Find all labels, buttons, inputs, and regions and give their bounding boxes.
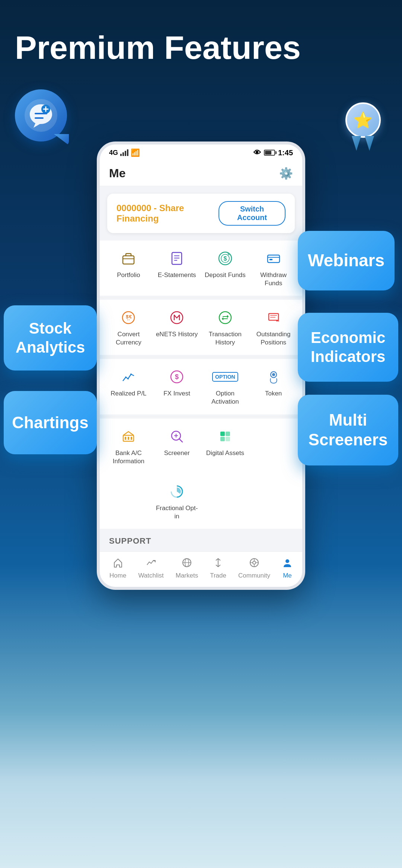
menu-item-realized[interactable]: Realized P/L [105,363,152,410]
menu-label-outstanding: Outstanding Positions [252,330,295,347]
menu-item-token[interactable]: Token [250,363,297,410]
community-icon [249,557,259,570]
menu-item-fx[interactable]: $ FX Invest [154,363,200,410]
nav-label-home: Home [109,572,126,579]
phone-mockup: 4G 📶 👁 1:45 Me ⚙️ 0000000 - Share Financ… [97,142,305,590]
menu-item-bank[interactable]: Bank A/C Information [105,422,152,470]
menu-label-screener: Screener [164,449,190,457]
nav-label-community: Community [238,572,270,579]
svg-rect-31 [125,437,126,440]
svg-text:$: $ [126,314,129,319]
bubble-stock-analytics: Stock Analytics [4,305,97,371]
menu-item-digital[interactable]: Digital Assets [202,422,249,470]
trade-icon [213,557,223,570]
menu-label-fractional: Fractional Opt-in [156,504,198,521]
svg-rect-19 [269,314,278,320]
menu-item-empty1 [250,422,297,470]
svg-line-35 [179,439,182,442]
svg-rect-38 [220,432,225,436]
menu-item-withdraw[interactable]: Withdraw Funds [250,244,297,292]
svg-point-52 [285,559,289,563]
support-label: SUPPORT [109,536,151,546]
menu-item-empty4 [250,477,297,525]
menu-label-fx: FX Invest [163,390,190,398]
menu-label-convert: Convert Currency [107,330,150,347]
bubble-multi-screeners: Multi Screeners [298,395,398,465]
svg-text:$: $ [223,255,227,262]
menu-item-outstanding[interactable]: Outstanding Positions [250,303,297,351]
svg-rect-32 [128,437,129,440]
svg-point-25 [130,373,132,375]
app-logo [15,89,67,142]
svg-rect-40 [220,437,225,441]
menu-label-token: Token [265,390,282,398]
account-card: 0000000 - Share Financing Switch Account [107,194,295,233]
menu-section-row3: Realized P/L $ FX Invest OPTION Option A… [100,359,302,414]
svg-text:$: $ [175,373,179,381]
nav-label-markets: Markets [176,572,198,579]
menu-item-estatements[interactable]: E-Statements [154,244,200,292]
nav-label-trade: Trade [210,572,226,579]
menu-section-row2: $ € Convert Currency eNETS History [100,300,302,355]
menu-section-row1: Portfolio E-Statements [100,241,302,296]
svg-text:€: € [129,314,132,319]
menu-label-estatements: E-Statements [158,271,196,279]
menu-label-portfolio: Portfolio [117,271,140,279]
svg-point-23 [125,376,127,378]
svg-rect-13 [269,259,272,260]
svg-rect-41 [226,437,230,441]
menu-item-transaction[interactable]: Transaction History [202,303,249,351]
menu-item-empty2 [105,477,152,525]
markets-icon [182,557,192,570]
nav-item-trade[interactable]: Trade [210,557,226,579]
menu-section-row5: Fractional Opt-in [100,474,302,529]
status-bar: 4G 📶 👁 1:45 [100,144,302,161]
nav-label-me: Me [283,572,292,579]
switch-account-button[interactable]: Switch Account [218,201,285,226]
svg-point-24 [127,378,129,379]
bubble-webinars: Webinars [298,231,395,290]
menu-label-bank: Bank A/C Information [107,449,150,465]
menu-item-deposit[interactable]: $ Deposit Funds [202,244,249,292]
menu-section-row4: Bank A/C Information Screener [100,419,302,474]
screen-title: Me [109,166,125,180]
page-title: Premium Features [15,30,387,66]
menu-item-screener[interactable]: Screener [154,422,200,470]
menu-label-transaction: Transaction History [204,330,247,347]
menu-label-deposit: Deposit Funds [205,271,246,279]
nav-item-markets[interactable]: Markets [176,557,198,579]
menu-label-enets: eNETS History [156,330,198,338]
svg-point-18 [219,312,231,324]
svg-rect-2 [123,256,134,264]
nav-item-me[interactable]: Me [282,557,293,579]
menu-label-option: Option Activation [204,390,247,406]
award-badge: ⭐ [339,97,387,156]
me-icon [282,557,293,570]
nav-item-home[interactable]: Home [109,557,126,579]
carrier-label: 4G [109,149,118,157]
menu-item-empty3 [202,477,249,525]
svg-rect-39 [226,432,230,436]
nav-label-watchlist: Watchlist [138,572,163,579]
menu-item-portfolio[interactable]: Portfolio [105,244,152,292]
svg-point-29 [272,373,275,376]
bottom-nav: Home Watchlist Markets Trade Community [100,551,302,587]
support-section: SUPPORT [100,529,302,551]
nav-item-watchlist[interactable]: Watchlist [138,557,163,579]
time-display: 1:45 [278,149,293,157]
settings-icon[interactable]: ⚙️ [279,167,293,180]
menu-label-withdraw: Withdraw Funds [252,271,295,287]
app-header: Me ⚙️ [100,161,302,186]
home-icon [113,557,123,570]
menu-label-digital: Digital Assets [206,449,244,457]
nav-item-community[interactable]: Community [238,557,270,579]
watchlist-icon [146,557,156,570]
menu-item-fractional[interactable]: Fractional Opt-in [154,477,200,525]
menu-item-convert[interactable]: $ € Convert Currency [105,303,152,351]
menu-label-realized: Realized P/L [111,390,146,398]
bubble-economic-indicators: Economic Indicators [298,313,398,382]
svg-rect-33 [131,437,132,440]
menu-item-option[interactable]: OPTION Option Activation [202,363,249,410]
menu-item-enets[interactable]: eNETS History [154,303,200,351]
bubble-chartings: Chartings [4,391,97,454]
